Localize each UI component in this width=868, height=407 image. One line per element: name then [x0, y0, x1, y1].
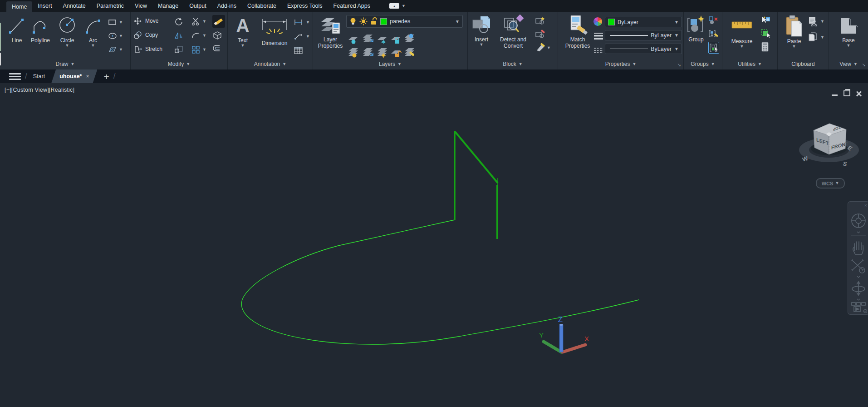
edit-attributes-button[interactable]: [535, 29, 551, 39]
scale-button[interactable]: [174, 45, 183, 55]
detect-convert-button[interactable]: Detect and Convert: [496, 15, 530, 49]
layer-tools-grid[interactable]: [348, 30, 461, 58]
layer-properties-button[interactable]: Layer Properties: [314, 15, 347, 49]
linetype-button[interactable]: [593, 45, 603, 55]
panel-label-layers[interactable]: Layers▼: [313, 59, 467, 69]
quick-calculator-button[interactable]: [760, 42, 771, 52]
ucs-icon[interactable]: Z Y X: [539, 315, 589, 352]
panel-label-annotation[interactable]: Annotation▼: [228, 59, 313, 69]
move-button[interactable]: Move: [133, 15, 162, 26]
panel-label-properties[interactable]: Properties▼: [558, 59, 683, 69]
layer-dropdown[interactable]: paredes ▼: [346, 15, 463, 28]
mirror-button[interactable]: [174, 30, 183, 40]
lineweight-dropdown[interactable]: ByLayer ▼: [605, 30, 682, 40]
erase-button[interactable]: [212, 15, 225, 28]
chevron-down-icon: ▼: [306, 20, 310, 25]
properties-dialog-launcher[interactable]: ↘: [677, 62, 681, 67]
ribbon-tab-manage[interactable]: Manage: [152, 0, 184, 12]
base-button[interactable]: Base ▼: [836, 15, 861, 48]
ribbon-tab-home[interactable]: Home: [6, 1, 32, 12]
panel-label-groups[interactable]: Groups▼: [684, 59, 722, 69]
polyline-button[interactable]: Polyline: [28, 15, 53, 44]
table-button[interactable]: [294, 45, 310, 55]
group-button[interactable]: Group: [685, 15, 707, 43]
panel-label-block[interactable]: Block▼: [468, 59, 558, 69]
offset-button[interactable]: [212, 43, 225, 53]
ribbon-tab-insert[interactable]: Insert: [32, 0, 57, 12]
ribbon-tab-express-tools[interactable]: Express Tools: [282, 0, 328, 12]
object-color-dropdown[interactable]: ByLayer ▼: [605, 17, 682, 27]
paste-button[interactable]: Paste ▼: [782, 15, 806, 49]
ribbon-tab-output[interactable]: Output: [184, 0, 212, 12]
compass-south-label[interactable]: S: [842, 160, 848, 166]
color-wheel-button[interactable]: [593, 16, 603, 26]
hamburger-menu-icon[interactable]: [9, 73, 21, 80]
insert-block-button[interactable]: Insert ▼: [470, 15, 493, 47]
rotate-button[interactable]: [174, 16, 183, 26]
chevron-down-icon: ▼: [792, 45, 796, 49]
tab-uhouse[interactable]: uhouse* ×: [51, 69, 97, 83]
model-space-viewport[interactable]: [−][Custom View][Realistic] Z Y X: [0, 83, 868, 407]
edit-attributes-icon: [535, 30, 545, 39]
footprint-polyline[interactable]: [241, 220, 639, 344]
view-dialog-launcher[interactable]: ↘: [862, 62, 866, 67]
copy-clip-button[interactable]: ▼: [808, 32, 824, 42]
match-properties-label-line1: Match: [570, 36, 585, 43]
ribbon-display-toggle[interactable]: ▲ ▼: [389, 0, 406, 12]
group-selection-toggle[interactable]: [708, 42, 719, 54]
leader-icon: [294, 33, 304, 40]
group-edit-button[interactable]: [708, 29, 719, 39]
chevron-down-icon: ▼: [119, 20, 123, 25]
fillet-button[interactable]: ▼: [191, 30, 206, 40]
line-button[interactable]: Line: [5, 15, 28, 44]
circle-button[interactable]: Circle ▼: [54, 15, 80, 48]
ribbon-tab-view[interactable]: View: [129, 0, 152, 12]
ribbon-tab-addins[interactable]: Add-ins: [212, 0, 242, 12]
tab-start[interactable]: Start: [31, 73, 47, 79]
close-icon[interactable]: ×: [86, 73, 89, 79]
dimension-button[interactable]: Dimension: [258, 18, 291, 46]
lineweight-button[interactable]: [593, 31, 603, 41]
explode-button[interactable]: [212, 30, 225, 40]
panel-draw: Line Polyline Circle ▼: [0, 12, 131, 69]
ribbon-tab-annotate[interactable]: Annotate: [58, 0, 91, 12]
drawing-canvas[interactable]: Z Y X: [0, 83, 868, 407]
ellipse-tool-button[interactable]: ▼: [108, 31, 123, 41]
text-button[interactable]: A Text ▼: [231, 15, 254, 48]
trim-button[interactable]: ▼: [191, 16, 206, 26]
navigation-bar[interactable]: ×: [848, 201, 868, 315]
create-block-button[interactable]: [535, 15, 551, 25]
select-similar-button[interactable]: [760, 29, 771, 39]
panel-label-utilities[interactable]: Utilities▼: [722, 59, 777, 69]
ribbon-tab-collaborate[interactable]: Collaborate: [242, 0, 282, 12]
block-editor-button[interactable]: ▼: [535, 43, 551, 53]
stretch-button[interactable]: Stretch: [133, 44, 162, 55]
panel-label-modify[interactable]: Modify▼: [131, 59, 227, 69]
wcs-dropdown[interactable]: WCS ▼: [816, 178, 845, 189]
panel-block: Insert ▼ Detect and Convert: [468, 12, 558, 69]
wall-edge-top[interactable]: [455, 132, 498, 183]
layer-color-swatch[interactable]: [380, 18, 387, 25]
ungroup-button[interactable]: [708, 15, 719, 25]
ribbon-tab-featured-apps[interactable]: Featured Apps: [328, 0, 376, 12]
viewcube[interactable]: W S E TOP LEFT FRONT: [792, 98, 868, 166]
linetype-dropdown[interactable]: ByLayer ▼: [605, 44, 682, 54]
arc-button[interactable]: Arc ▼: [83, 15, 103, 48]
quick-select-button[interactable]: [760, 15, 771, 25]
panel-label-clipboard[interactable]: Clipboard: [778, 59, 829, 69]
new-tab-button[interactable]: +: [103, 72, 109, 81]
erase-pencil-icon: [214, 16, 224, 26]
linear-dimension-button[interactable]: ▼: [294, 17, 310, 27]
ribbon-tab-parametric[interactable]: Parametric: [91, 0, 129, 12]
hatch-tool-button[interactable]: ▼: [108, 45, 123, 55]
panel-label-draw[interactable]: Draw▼: [0, 59, 130, 69]
leader-button[interactable]: ▼: [294, 31, 310, 41]
base-label: Base: [842, 37, 854, 44]
copy-button[interactable]: Copy: [133, 30, 162, 40]
hatch-icon: [108, 45, 117, 54]
array-button[interactable]: ▼: [191, 45, 206, 55]
rectangle-tool-button[interactable]: ▼: [108, 17, 123, 27]
measure-button[interactable]: Measure ▼: [729, 18, 755, 49]
match-properties-button[interactable]: Match Properties: [561, 15, 594, 49]
cut-button[interactable]: ▼: [808, 16, 824, 26]
